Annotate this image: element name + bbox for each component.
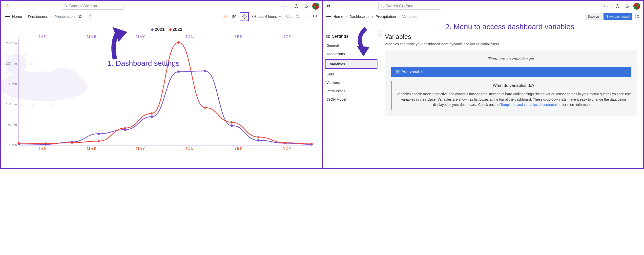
sidebar-item-links[interactable]: Links <box>322 70 380 78</box>
y-tick: 150 mm <box>6 82 19 86</box>
save-as-button[interactable]: Save as <box>585 13 602 20</box>
bar-chart-plus-icon <box>222 15 227 19</box>
add-button[interactable] <box>280 2 288 10</box>
crumb-dashboards[interactable]: Dashboards <box>28 14 48 19</box>
time-range-label: Last 6 hours <box>258 15 277 19</box>
sidebar-item-json-model[interactable]: JSON Model <box>322 95 380 104</box>
svg-rect-22 <box>326 35 328 36</box>
top-header: Search Grafana <box>322 1 643 11</box>
sidebar-item-variables[interactable]: Variables <box>325 60 377 68</box>
add-variable-button[interactable]: Add variable <box>391 67 632 77</box>
time-range-picker[interactable]: Last 6 hours <box>250 14 282 19</box>
grafana-logo-icon[interactable] <box>325 3 332 10</box>
crumb-dashboard[interactable]: Precipitation <box>376 14 396 19</box>
callout-text-1: 1. Dashboard settings <box>108 59 180 68</box>
search-placeholder: Search Grafana <box>386 4 414 9</box>
gear-icon <box>242 14 246 19</box>
info-box: What do variables do? Variables enable m… <box>391 81 632 110</box>
svg-point-6 <box>90 17 91 18</box>
chevron-down-icon <box>606 5 609 8</box>
chart-legend: 2021 2022 <box>18 27 312 32</box>
refresh-dropdown[interactable] <box>303 13 308 21</box>
svg-rect-13 <box>314 15 317 17</box>
crumb-dashboards[interactable]: Dashboards <box>350 14 370 19</box>
save-button[interactable] <box>230 13 238 21</box>
search-input[interactable]: Search Grafana <box>62 3 124 10</box>
plus-icon <box>281 4 285 8</box>
page-title: Variables <box>385 33 638 41</box>
add-button[interactable] <box>602 2 610 10</box>
menu-toggle[interactable] <box>4 14 10 19</box>
chevron-down-icon <box>278 15 281 18</box>
svg-rect-29 <box>398 72 399 73</box>
sidebar-item-permissions[interactable]: Permissions <box>322 87 380 95</box>
data-point <box>97 140 100 142</box>
y-tick: 200 mm <box>6 62 19 65</box>
zoom-out-button[interactable] <box>284 13 292 21</box>
crumb-current: Precipitation <box>54 14 75 19</box>
data-point <box>257 139 260 141</box>
rss-button[interactable] <box>624 2 632 10</box>
y-tick: 50 mm <box>8 123 19 127</box>
user-avatar[interactable] <box>312 3 319 10</box>
rss-button[interactable] <box>302 2 310 10</box>
y-tick: 250 mm <box>6 42 19 45</box>
user-avatar[interactable] <box>634 3 640 10</box>
sidebar-collapse[interactable]: ‹ <box>377 31 382 36</box>
dashboard-pane: Search Grafana Home › Dashboards › Preci… <box>1 1 322 168</box>
y-tick: 0 mm <box>10 143 19 147</box>
chevron-down-icon <box>304 15 307 18</box>
save-dashboard-button[interactable]: Save dashboard <box>604 13 632 20</box>
grafana-logo-icon[interactable] <box>4 3 10 10</box>
docs-link[interactable]: Templates and variables documentation <box>500 103 562 107</box>
settings-button[interactable] <box>241 13 248 20</box>
add-panel-button[interactable] <box>221 13 229 21</box>
data-point <box>257 136 260 138</box>
settings-main: ‹ Variables Variables can make your dash… <box>380 30 643 168</box>
callout-arrow-1 <box>105 25 135 62</box>
svg-rect-9 <box>225 15 226 18</box>
data-point <box>230 121 233 124</box>
help-button[interactable] <box>292 2 300 10</box>
search-input[interactable]: Search Grafana <box>378 3 440 10</box>
help-icon <box>615 4 620 9</box>
svg-point-18 <box>328 6 329 7</box>
svg-point-0 <box>7 6 8 7</box>
data-point <box>204 70 206 72</box>
crumb-home[interactable]: Home <box>334 14 343 19</box>
svg-point-21 <box>626 7 626 8</box>
crumb-home[interactable]: Home <box>12 14 22 19</box>
x-axis-top: JAN MAR MAY JUL SEP NOV <box>18 34 312 39</box>
top-header: Search Grafana <box>1 1 322 11</box>
sidebar-item-versions[interactable]: Versions <box>322 78 380 87</box>
info-heading: What do variables do? <box>396 83 632 88</box>
svg-rect-25 <box>328 37 330 38</box>
collapse-button[interactable]: ╳ <box>635 14 640 19</box>
menu-toggle[interactable] <box>325 14 332 19</box>
dashboard-toolbar: Home › Dashboards › Precipitation Last 6… <box>1 11 322 22</box>
legend-label-2022: 2022 <box>172 27 182 32</box>
callout-arrow-2 <box>355 27 374 57</box>
share-icon <box>88 14 92 19</box>
star-button[interactable] <box>76 13 84 21</box>
legend-marker-2022 <box>169 28 172 32</box>
y-tick: 100 mm <box>6 103 19 106</box>
search-icon <box>64 5 68 8</box>
refresh-button[interactable] <box>294 13 302 21</box>
refresh-icon <box>296 14 300 19</box>
data-point <box>204 106 206 109</box>
svg-rect-28 <box>396 72 398 73</box>
plot-area[interactable]: 0 mm50 mm100 mm150 mm200 mm250 mm <box>18 39 312 145</box>
svg-point-3 <box>304 7 305 8</box>
svg-point-10 <box>244 16 245 17</box>
svg-rect-7 <box>223 17 224 18</box>
svg-rect-8 <box>224 16 224 18</box>
share-button[interactable] <box>86 13 94 21</box>
clock-icon <box>252 14 256 19</box>
info-text: Variables enable more interactive and dy… <box>396 92 632 108</box>
data-point <box>177 41 180 44</box>
rss-icon <box>625 4 630 9</box>
legend-label-2021: 2021 <box>155 27 164 32</box>
kiosk-button[interactable] <box>311 13 319 21</box>
help-button[interactable] <box>614 2 622 10</box>
